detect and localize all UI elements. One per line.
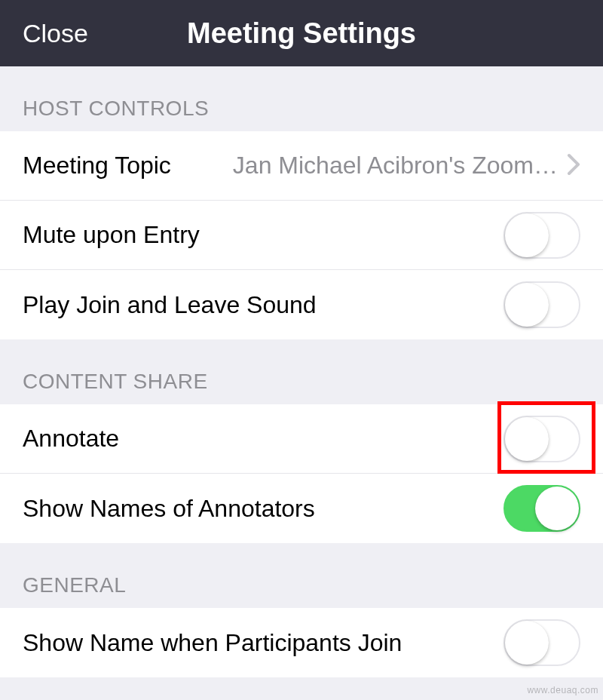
row-mute-upon-entry: Mute upon Entry <box>0 201 603 270</box>
close-button[interactable]: Close <box>23 19 88 48</box>
toggle-knob <box>505 417 549 461</box>
toggle-knob <box>535 487 579 530</box>
page-title: Meeting Settings <box>0 17 603 50</box>
row-play-join-leave-sound: Play Join and Leave Sound <box>0 270 603 339</box>
toggle-mute-upon-entry[interactable] <box>504 212 580 259</box>
section-header-general: GENERAL <box>0 543 603 608</box>
watermark: www.deuaq.com <box>527 685 598 695</box>
toggle-annotate[interactable] <box>504 416 580 462</box>
toggle-show-name-participants-join[interactable] <box>504 619 580 666</box>
group-content-share: Annotate Show Names of Annotators <box>0 404 603 543</box>
row-label-meeting-topic: Meeting Topic <box>23 152 171 180</box>
row-meeting-topic[interactable]: Meeting Topic Jan Michael Acibron's Zoom… <box>0 131 603 201</box>
toggle-knob <box>505 621 549 665</box>
header-bar: Close Meeting Settings <box>0 0 603 66</box>
toggle-knob <box>505 213 549 257</box>
toggle-show-names-annotators[interactable] <box>504 485 580 532</box>
row-label-show-names-annotators: Show Names of Annotators <box>23 495 315 523</box>
row-show-name-participants-join: Show Name when Participants Join <box>0 608 603 677</box>
section-header-content-share: CONTENT SHARE <box>0 339 603 404</box>
section-header-host-controls: HOST CONTROLS <box>0 66 603 131</box>
chevron-right-icon <box>567 153 580 179</box>
row-value-meeting-topic: Jan Michael Acibron's Zoom… <box>186 152 558 180</box>
row-label-play-join-leave-sound: Play Join and Leave Sound <box>23 291 317 319</box>
group-general: Show Name when Participants Join <box>0 608 603 677</box>
group-host-controls: Meeting Topic Jan Michael Acibron's Zoom… <box>0 131 603 339</box>
row-label-show-name-participants-join: Show Name when Participants Join <box>23 629 402 657</box>
row-label-mute-upon-entry: Mute upon Entry <box>23 221 200 249</box>
row-label-annotate: Annotate <box>23 425 119 453</box>
toggle-play-join-leave-sound[interactable] <box>504 281 580 328</box>
toggle-knob <box>505 283 549 327</box>
row-annotate: Annotate <box>0 404 603 474</box>
row-show-names-annotators: Show Names of Annotators <box>0 474 603 543</box>
